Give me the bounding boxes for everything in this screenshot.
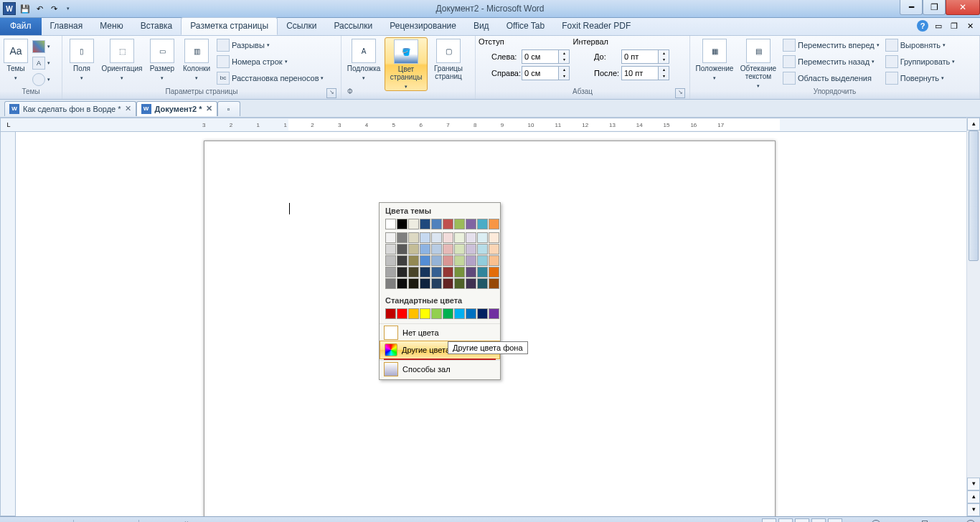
close-tab-icon[interactable]: ✕: [125, 104, 131, 113]
tab-menu[interactable]: Меню: [91, 18, 131, 35]
color-swatch[interactable]: [408, 267, 419, 277]
color-swatch[interactable]: [420, 255, 430, 266]
web-layout-view-icon[interactable]: [795, 518, 809, 522]
minimize-ribbon-icon[interactable]: ▭: [933, 20, 944, 32]
color-swatch[interactable]: [477, 219, 488, 229]
color-swatch[interactable]: [466, 244, 476, 255]
position-button[interactable]: ▦Положение▾: [693, 37, 736, 82]
draft-view-icon[interactable]: [828, 518, 842, 522]
color-swatch[interactable]: [431, 267, 442, 277]
color-swatch[interactable]: [385, 244, 396, 255]
color-swatch[interactable]: [408, 232, 419, 243]
color-swatch[interactable]: [454, 267, 465, 277]
no-color-item[interactable]: Нет цвета: [380, 323, 500, 341]
color-swatch[interactable]: [466, 267, 476, 277]
minimize-button[interactable]: ━: [900, 0, 923, 15]
color-swatch[interactable]: [408, 244, 419, 255]
vertical-scrollbar[interactable]: ▴ ▾ ▴ ▾: [966, 118, 980, 516]
color-swatch[interactable]: [408, 219, 419, 229]
mdi-restore-icon[interactable]: ❐: [948, 20, 960, 32]
color-swatch[interactable]: [454, 255, 465, 266]
selection-pane-button[interactable]: Область выделения: [781, 70, 882, 86]
orientation-button[interactable]: ⬚Ориентация▾: [100, 37, 144, 82]
color-swatch[interactable]: [489, 308, 499, 319]
paragraph-dialog-launcher[interactable]: ↘: [675, 88, 685, 98]
color-swatch[interactable]: [477, 267, 488, 277]
vertical-ruler[interactable]: [0, 132, 16, 516]
color-swatch[interactable]: [385, 308, 396, 319]
color-swatch[interactable]: [431, 255, 442, 266]
tab-office-tab[interactable]: Office Tab: [498, 18, 554, 35]
color-swatch[interactable]: [420, 308, 430, 319]
tab-home[interactable]: Главная: [42, 18, 92, 35]
hyphenation-button[interactable]: bcРасстановка переносов▾: [215, 70, 326, 86]
align-button[interactable]: Выровнять▾: [883, 37, 958, 53]
theme-effects-button[interactable]: ▾: [30, 72, 52, 87]
color-swatch[interactable]: [489, 232, 499, 243]
scroll-up-icon[interactable]: ▴: [967, 118, 980, 130]
color-swatch[interactable]: [408, 278, 419, 289]
color-swatch[interactable]: [420, 232, 430, 243]
horizontal-ruler[interactable]: 3211234567891011121314151617: [16, 118, 967, 132]
color-swatch[interactable]: [443, 267, 453, 277]
theme-colors-button[interactable]: ▾: [30, 39, 52, 54]
color-swatch[interactable]: [443, 308, 453, 319]
tab-review[interactable]: Рецензирование: [381, 18, 465, 35]
color-swatch[interactable]: [397, 219, 407, 229]
color-swatch[interactable]: [454, 219, 465, 229]
color-swatch[interactable]: [431, 244, 442, 255]
fill-effects-item[interactable]: Способы зал: [380, 360, 500, 378]
watermark-button[interactable]: AПодложка▾: [344, 37, 383, 82]
color-swatch[interactable]: [397, 244, 407, 255]
color-swatch[interactable]: [397, 278, 407, 289]
tab-insert[interactable]: Вставка: [132, 18, 182, 35]
next-page-icon[interactable]: ▾: [967, 503, 980, 516]
color-swatch[interactable]: [454, 244, 465, 255]
color-swatch[interactable]: [431, 308, 442, 319]
maximize-button[interactable]: ❐: [923, 0, 946, 15]
scroll-down-icon[interactable]: ▾: [967, 478, 980, 490]
tab-mailings[interactable]: Рассылки: [325, 18, 381, 35]
color-swatch[interactable]: [397, 255, 407, 266]
page-setup-dialog-launcher[interactable]: ↘: [326, 88, 336, 98]
page-color-button[interactable]: 🪣Цвет страницы▾: [385, 37, 428, 91]
color-swatch[interactable]: [466, 232, 476, 243]
scroll-thumb[interactable]: [969, 130, 979, 261]
margins-button[interactable]: ▯Поля▾: [65, 37, 98, 82]
new-tab-button[interactable]: ▫: [217, 101, 240, 116]
color-swatch[interactable]: [477, 232, 488, 243]
color-swatch[interactable]: [477, 278, 488, 289]
page-borders-button[interactable]: ▢Границы страниц: [429, 37, 468, 80]
color-swatch[interactable]: [466, 308, 476, 319]
color-swatch[interactable]: [385, 219, 396, 229]
columns-button[interactable]: ▥Колонки▾: [180, 37, 213, 82]
doc-tab-1[interactable]: WКак сделать фон в Ворде *✕: [4, 101, 136, 116]
color-swatch[interactable]: [489, 278, 499, 289]
indent-left-input[interactable]: ▴▾: [522, 49, 570, 64]
rotate-button[interactable]: Повернуть▾: [883, 70, 958, 86]
color-swatch[interactable]: [454, 278, 465, 289]
theme-fonts-button[interactable]: A▾: [30, 55, 52, 71]
wrap-text-button[interactable]: ▤Обтекание текстом▾: [738, 37, 779, 90]
color-swatch[interactable]: [431, 232, 442, 243]
doc-tab-2[interactable]: WДокумент2 *✕: [136, 101, 217, 116]
color-swatch[interactable]: [443, 219, 453, 229]
prev-page-icon[interactable]: ▴: [967, 490, 980, 503]
bring-forward-button[interactable]: Переместить вперед▾: [781, 37, 882, 53]
close-tab-icon[interactable]: ✕: [206, 104, 212, 113]
color-swatch[interactable]: [489, 244, 499, 255]
color-swatch[interactable]: [443, 232, 453, 243]
color-swatch[interactable]: [489, 255, 499, 266]
tab-references[interactable]: Ссылки: [278, 18, 325, 35]
color-swatch[interactable]: [408, 255, 419, 266]
color-swatch[interactable]: [466, 255, 476, 266]
tab-selector[interactable]: L: [0, 118, 17, 132]
print-layout-view-icon[interactable]: [762, 518, 776, 522]
group-button[interactable]: Группировать▾: [883, 54, 958, 70]
outline-view-icon[interactable]: [811, 518, 826, 522]
size-button[interactable]: ▭Размер▾: [146, 37, 179, 82]
color-swatch[interactable]: [443, 255, 453, 266]
color-swatch[interactable]: [477, 308, 488, 319]
tab-view[interactable]: Вид: [465, 18, 498, 35]
color-swatch[interactable]: [385, 267, 396, 277]
